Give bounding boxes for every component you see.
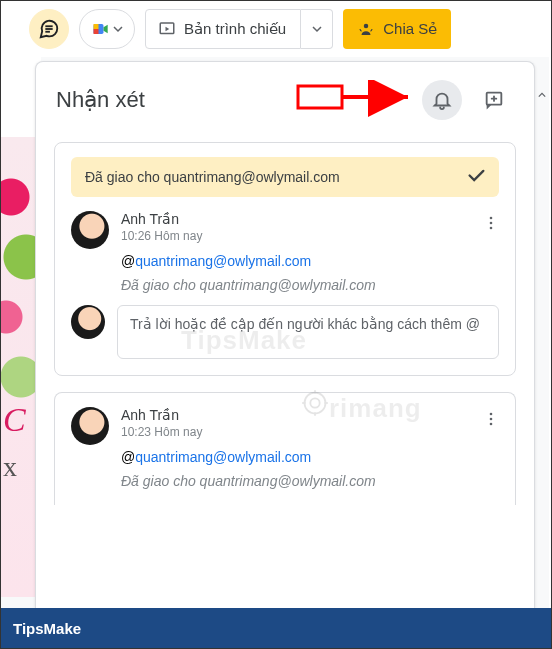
scroll-up-indicator[interactable] <box>538 87 546 103</box>
comment-author: Anh Trần <box>121 211 499 227</box>
footer-label: TipsMake <box>13 620 81 637</box>
share-person-icon <box>357 20 375 38</box>
comment-body: @quantrimang@owlymail.com <box>121 253 499 269</box>
svg-point-13 <box>490 227 493 230</box>
caret-down-icon <box>113 24 123 34</box>
comment-author: Anh Trần <box>121 407 499 423</box>
meet-button[interactable] <box>79 9 135 49</box>
assigned-prefix: Đã giao cho <box>85 169 164 185</box>
present-dropdown-button[interactable] <box>301 9 333 49</box>
svg-rect-5 <box>94 29 99 34</box>
assigned-banner: Đã giao cho quantrimang@owlymail.com <box>71 157 499 197</box>
comment-card: Anh Trần 10:23 Hôm nay @quantrimang@owly… <box>54 392 516 505</box>
comment-thread: Anh Trần 10:23 Hôm nay @quantrimang@owly… <box>71 407 499 489</box>
comment-card: Đã giao cho quantrimang@owlymail.com Anh… <box>54 142 516 376</box>
svg-point-12 <box>490 222 493 225</box>
avatar <box>71 407 109 445</box>
svg-point-7 <box>364 24 369 29</box>
source-footer: TipsMake <box>1 608 551 648</box>
svg-point-15 <box>490 418 493 421</box>
mention-link[interactable]: quantrimang@owlymail.com <box>135 253 311 269</box>
svg-point-14 <box>490 413 493 416</box>
present-label: Bản trình chiếu <box>184 20 286 38</box>
comment-timestamp: 10:26 Hôm nay <box>121 229 499 243</box>
comments-panel: Nhận xét Đã giao cho quantrimang@owlymai… <box>35 61 535 608</box>
bg-letter: C <box>3 401 26 439</box>
panel-body[interactable]: Đã giao cho quantrimang@owlymail.com Anh… <box>36 130 534 608</box>
mention-link[interactable]: quantrimang@owlymail.com <box>135 449 311 465</box>
caret-down-icon <box>312 24 322 34</box>
panel-title: Nhận xét <box>56 87 410 113</box>
resolve-button[interactable] <box>465 165 487 190</box>
avatar <box>71 305 105 339</box>
bg-letter: x <box>3 451 17 483</box>
panel-header: Nhận xét <box>36 62 534 130</box>
bell-icon <box>431 89 453 111</box>
mention-at: @ <box>121 449 135 465</box>
comment-bubble-icon <box>38 18 60 40</box>
comment-body: @quantrimang@owlymail.com <box>121 449 499 465</box>
more-vertical-icon <box>483 215 499 231</box>
present-button[interactable]: Bản trình chiếu <box>145 9 301 49</box>
comment-timestamp: 10:23 Hôm nay <box>121 425 499 439</box>
comment-thread: Anh Trần 10:26 Hôm nay @quantrimang@owly… <box>71 211 499 293</box>
assigned-email: quantrimang@owlymail.com <box>164 169 340 185</box>
share-button[interactable]: Chia Sẻ <box>343 9 451 49</box>
meet-icon <box>91 19 111 39</box>
svg-rect-4 <box>94 24 99 29</box>
present-icon <box>158 20 176 38</box>
more-options-button[interactable] <box>479 211 503 235</box>
more-options-button[interactable] <box>479 407 503 431</box>
check-icon <box>465 165 487 187</box>
mention-at: @ <box>121 253 135 269</box>
new-comment-button[interactable] <box>474 80 514 120</box>
svg-point-11 <box>490 217 493 220</box>
reply-row: Trả lời hoặc đề cập đến người khác bằng … <box>71 305 499 359</box>
avatar <box>71 211 109 249</box>
assigned-line: Đã giao cho quantrimang@owlymail.com <box>121 473 499 489</box>
assigned-line: Đã giao cho quantrimang@owlymail.com <box>121 277 499 293</box>
comment-history-button[interactable] <box>29 9 69 49</box>
reply-placeholder: Trả lời hoặc đề cập đến người khác bằng … <box>130 316 480 332</box>
chevron-up-icon <box>538 90 546 100</box>
more-vertical-icon <box>483 411 499 427</box>
top-toolbar: Bản trình chiếu Chia Sẻ <box>1 1 549 57</box>
reply-input[interactable]: Trả lời hoặc đề cập đến người khác bằng … <box>117 305 499 359</box>
new-comment-icon <box>483 89 505 111</box>
svg-point-16 <box>490 423 493 426</box>
share-label: Chia Sẻ <box>383 20 437 38</box>
notifications-button[interactable] <box>422 80 462 120</box>
